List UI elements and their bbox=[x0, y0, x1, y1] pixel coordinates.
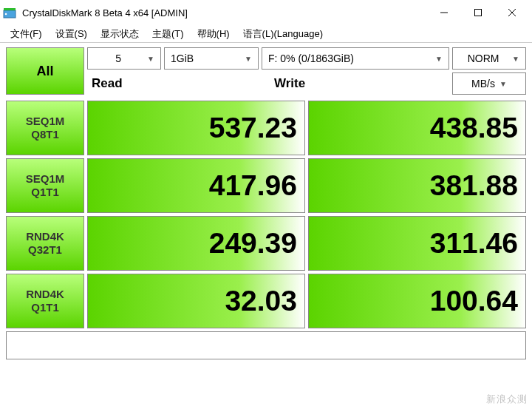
table-row: SEQ1M Q1T1 417.96 381.88 bbox=[6, 158, 526, 213]
menubar: 文件(F) 设置(S) 显示状态 主题(T) 帮助(H) 语言(L)(Langu… bbox=[0, 25, 532, 43]
size-value: 1GiB bbox=[171, 53, 240, 64]
write-header: Write bbox=[270, 72, 449, 95]
test-button-rnd4k-q1t1[interactable]: RND4K Q1T1 bbox=[6, 274, 84, 328]
all-button[interactable]: All bbox=[6, 47, 84, 95]
test-label-1: RND4K bbox=[26, 230, 64, 243]
menu-display[interactable]: 显示状态 bbox=[95, 26, 145, 42]
write-value: 381.88 bbox=[308, 158, 526, 213]
runs-value: 5 bbox=[94, 53, 143, 64]
unit-select[interactable]: MB/s ▼ bbox=[452, 72, 526, 95]
window-title: CrystalDiskMark 8 Beta 4 x64 [ADMIN] bbox=[22, 7, 427, 18]
menu-language[interactable]: 语言(L)(Language) bbox=[237, 26, 329, 42]
minimize-button[interactable] bbox=[427, 1, 461, 24]
test-label-2: Q1T1 bbox=[31, 186, 59, 199]
svg-rect-1 bbox=[4, 8, 16, 10]
chevron-down-icon: ▼ bbox=[512, 55, 519, 63]
chevron-down-icon: ▼ bbox=[435, 55, 443, 63]
read-header: Read bbox=[87, 72, 267, 95]
menu-settings[interactable]: 设置(S) bbox=[50, 26, 93, 42]
read-value: 537.23 bbox=[87, 101, 305, 155]
test-label-2: Q32T1 bbox=[28, 243, 62, 257]
drive-value: F: 0% (0/1863GiB) bbox=[268, 53, 431, 64]
menu-file[interactable]: 文件(F) bbox=[4, 26, 48, 42]
all-button-label: All bbox=[36, 64, 53, 79]
write-value: 438.85 bbox=[308, 101, 526, 155]
window-controls bbox=[427, 1, 529, 24]
test-button-seq1m-q8t1[interactable]: SEQ1M Q8T1 bbox=[6, 101, 84, 155]
table-row: SEQ1M Q8T1 537.23 438.85 bbox=[6, 101, 526, 155]
close-button[interactable] bbox=[495, 1, 529, 24]
comment-input[interactable] bbox=[6, 331, 526, 359]
maximize-button[interactable] bbox=[461, 1, 495, 24]
drive-select[interactable]: F: 0% (0/1863GiB) ▼ bbox=[262, 47, 449, 70]
test-label-1: SEQ1M bbox=[26, 115, 65, 128]
read-value: 417.96 bbox=[87, 158, 305, 213]
svg-point-2 bbox=[5, 13, 7, 16]
test-label-2: Q8T1 bbox=[31, 128, 59, 141]
chevron-down-icon: ▼ bbox=[147, 55, 154, 63]
read-value: 249.39 bbox=[87, 216, 305, 271]
chevron-down-icon: ▼ bbox=[499, 80, 507, 88]
runs-select[interactable]: 5 ▼ bbox=[87, 47, 161, 70]
app-icon bbox=[3, 6, 16, 19]
test-button-seq1m-q1t1[interactable]: SEQ1M Q1T1 bbox=[6, 158, 84, 213]
svg-rect-4 bbox=[475, 10, 482, 16]
size-select[interactable]: 1GiB ▼ bbox=[164, 47, 259, 70]
read-value: 32.03 bbox=[87, 274, 305, 328]
unit-value: MB/s bbox=[471, 78, 495, 89]
content-area: All 5 ▼ 1GiB ▼ F: 0% (0/1863GiB) ▼ NORM bbox=[0, 43, 532, 365]
test-label-1: RND4K bbox=[26, 288, 64, 301]
test-label-1: SEQ1M bbox=[26, 172, 65, 186]
mode-select[interactable]: NORM ▼ bbox=[452, 47, 526, 70]
write-value: 100.64 bbox=[308, 274, 526, 328]
menu-theme[interactable]: 主题(T) bbox=[146, 26, 190, 42]
titlebar: CrystalDiskMark 8 Beta 4 x64 [ADMIN] bbox=[0, 0, 532, 25]
chevron-down-icon: ▼ bbox=[245, 55, 252, 63]
watermark: 新浪众测 bbox=[486, 393, 528, 406]
mode-value: NORM bbox=[459, 53, 508, 64]
test-button-rnd4k-q32t1[interactable]: RND4K Q32T1 bbox=[6, 216, 84, 271]
table-row: RND4K Q1T1 32.03 100.64 bbox=[6, 274, 526, 328]
menu-help[interactable]: 帮助(H) bbox=[191, 26, 236, 42]
test-label-2: Q1T1 bbox=[31, 301, 59, 314]
write-value: 311.46 bbox=[308, 216, 526, 271]
table-row: RND4K Q32T1 249.39 311.46 bbox=[6, 216, 526, 271]
